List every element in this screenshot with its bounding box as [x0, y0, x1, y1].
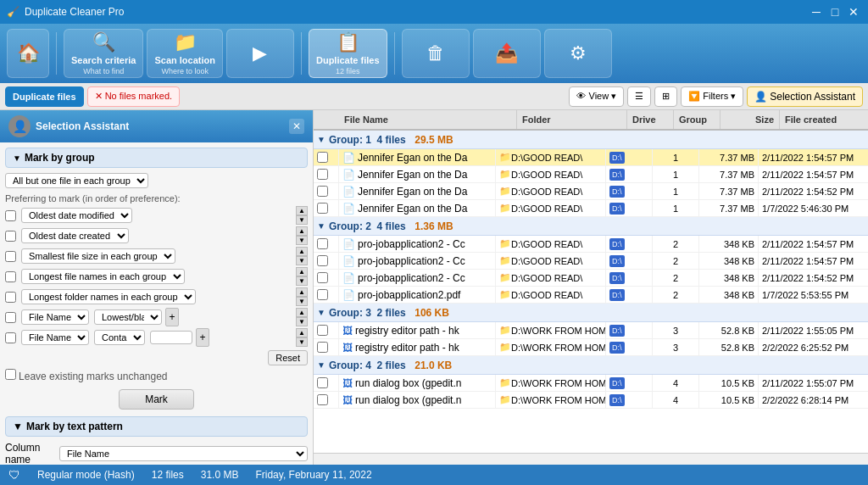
cell-check[interactable] — [314, 339, 339, 355]
file-check[interactable] — [317, 325, 328, 336]
file-check[interactable] — [317, 255, 328, 266]
no-files-button[interactable]: ✕ No files marked. — [87, 86, 181, 107]
group-4-arrow[interactable]: ▼ — [317, 360, 326, 370]
file-check[interactable] — [317, 203, 328, 214]
toolbar-play[interactable]: ▶ — [226, 29, 294, 78]
pref-mode-dropdown-1[interactable]: Lowest/blank — [94, 309, 162, 325]
file-check[interactable] — [317, 152, 328, 163]
pref-down-3[interactable]: ▼ — [296, 256, 308, 265]
toolbar-export[interactable]: 📤 — [473, 29, 541, 78]
panel-close-button[interactable]: ✕ — [289, 119, 304, 134]
file-row[interactable]: 📄Jennifer Egan on the Da 📁 D:\GOOD READ\… — [314, 183, 868, 200]
toolbar-settings[interactable]: ⚙ — [544, 29, 612, 78]
pref-check-6[interactable] — [5, 312, 16, 323]
minimize-button[interactable]: ─ — [809, 4, 824, 20]
grid-view-button[interactable]: ⊞ — [654, 86, 677, 107]
filters-button[interactable]: 🔽 Filters ▾ — [681, 86, 743, 107]
toolbar-scan-location[interactable]: 📁 Scan location Where to look — [147, 29, 223, 78]
column-name-dropdown[interactable]: File Name — [59, 446, 308, 461]
file-row[interactable]: 📄pro-jobapplication2.pdf 📁 D:\GOOD READ\… — [314, 287, 868, 304]
mark-button[interactable]: Mark — [119, 389, 194, 410]
pref-plus-6[interactable]: + — [165, 308, 179, 326]
pref-mode-dropdown-2[interactable]: Contains — [94, 330, 145, 345]
th-size[interactable]: Size — [721, 110, 780, 129]
selection-assistant-button[interactable]: 👤 Selection Assistant — [747, 86, 863, 107]
file-row[interactable]: 🖼registry editor path - hk 📁 D:\WORK FRO… — [314, 322, 868, 339]
cell-check[interactable] — [314, 253, 339, 269]
pref-up-1[interactable]: ▲ — [296, 206, 308, 215]
pref-up-4[interactable]: ▲ — [296, 267, 308, 276]
cell-check[interactable] — [314, 149, 339, 165]
pref-up-2[interactable]: ▲ — [296, 226, 308, 236]
file-row[interactable]: 📄Jennifer Egan on the Da 📁 D:\GOOD READ\… — [314, 200, 868, 217]
pref-check-3[interactable] — [5, 251, 16, 262]
duplicate-files-button[interactable]: Duplicate files — [5, 86, 84, 107]
leave-unchanged-check[interactable] — [5, 369, 16, 380]
pref-down-4[interactable]: ▼ — [296, 276, 308, 286]
th-drive[interactable]: Drive — [627, 110, 674, 129]
pref-check-5[interactable] — [5, 292, 16, 303]
pref-down-7[interactable]: ▼ — [296, 337, 308, 347]
reset-button[interactable]: Reset — [268, 350, 308, 365]
th-folder[interactable]: Folder — [517, 110, 627, 129]
cell-check[interactable] — [314, 236, 339, 252]
file-row[interactable]: 🖼run dialog box (gpedit.n 📁 D:\WORK FROM… — [314, 375, 868, 392]
group-3-arrow[interactable]: ▼ — [317, 308, 326, 317]
file-check[interactable] — [317, 377, 328, 388]
pref-check-7[interactable] — [5, 332, 16, 343]
toolbar-home[interactable]: 🏠 — [7, 29, 49, 78]
toolbar-search-criteria[interactable]: 🔍 Search criteria What to find — [64, 29, 143, 78]
file-check[interactable] — [317, 342, 328, 353]
pref-plus-7[interactable]: + — [196, 328, 209, 347]
cell-check[interactable] — [314, 183, 339, 199]
pref-col-dropdown-1[interactable]: File Name — [21, 309, 89, 325]
pref-check-1[interactable] — [5, 210, 16, 221]
file-check[interactable] — [317, 394, 328, 405]
file-row[interactable]: 🖼run dialog box (gpedit.n 📁 D:\WORK FROM… — [314, 392, 868, 409]
pref-down-2[interactable]: ▼ — [296, 236, 308, 245]
file-check[interactable] — [317, 272, 328, 283]
pref-down-1[interactable]: ▼ — [296, 215, 308, 225]
pref-down-5[interactable]: ▼ — [296, 297, 308, 306]
pref-dropdown-1[interactable]: Oldest date modified — [21, 208, 132, 223]
pref-check-4[interactable] — [5, 271, 16, 282]
pref-down-6[interactable]: ▼ — [296, 317, 308, 326]
pref-up-7[interactable]: ▲ — [296, 328, 308, 337]
pref-dropdown-5[interactable]: Longest folder names in each group — [21, 289, 196, 304]
pref-dropdown-3[interactable]: Smallest file size in each group — [21, 248, 175, 264]
cell-check[interactable] — [314, 322, 339, 338]
pref-up-6[interactable]: ▲ — [296, 308, 308, 317]
th-group[interactable]: Group — [674, 110, 721, 129]
file-check[interactable] — [317, 289, 328, 300]
file-row[interactable]: 📄pro-jobapplication2 - Cc 📁 D:\GOOD READ… — [314, 270, 868, 287]
list-view-button[interactable]: ☰ — [627, 86, 651, 107]
pref-dropdown-4[interactable]: Longest file names in each group — [21, 269, 185, 284]
pref-text-input[interactable] — [150, 331, 192, 344]
pref-check-2[interactable] — [5, 231, 16, 242]
file-row[interactable]: 📄pro-jobapplication2 - Cc 📁 D:\GOOD READ… — [314, 253, 868, 270]
pref-dropdown-2[interactable]: Oldest date created — [21, 228, 129, 243]
cell-check[interactable] — [314, 270, 339, 286]
group-2-arrow[interactable]: ▼ — [317, 221, 326, 231]
cell-check[interactable] — [314, 375, 339, 391]
cell-check[interactable] — [314, 200, 339, 216]
cell-check[interactable] — [314, 392, 339, 408]
pref-up-3[interactable]: ▲ — [296, 247, 308, 256]
all-but-one-dropdown[interactable]: All but one file in each group — [5, 173, 148, 188]
maximize-button[interactable]: □ — [827, 4, 843, 20]
th-filename[interactable]: File Name — [339, 110, 517, 129]
file-row[interactable]: 🖼registry editor path - hk 📁 D:\WORK FRO… — [314, 339, 868, 356]
pref-up-5[interactable]: ▲ — [296, 287, 308, 297]
horizontal-scrollbar[interactable] — [314, 453, 868, 465]
file-check[interactable] — [317, 169, 328, 180]
file-check[interactable] — [317, 238, 328, 249]
cell-check[interactable] — [314, 287, 339, 303]
mark-by-group-header[interactable]: ▼ Mark by group — [5, 148, 308, 168]
file-row[interactable]: 📄pro-jobapplication2 - Cc 📁 D:\GOOD READ… — [314, 236, 868, 253]
close-button[interactable]: ✕ — [846, 4, 861, 20]
th-created[interactable]: File created — [780, 110, 868, 129]
toolbar-delete[interactable]: 🗑 — [402, 29, 470, 78]
toolbar-duplicate-files[interactable]: 📋 Duplicate files 12 files — [309, 29, 387, 78]
file-row[interactable]: 📄Jennifer Egan on the Da 📁 D:\GOOD READ\… — [314, 149, 868, 166]
file-row[interactable]: 📄Jennifer Egan on the Da 📁 D:\GOOD READ\… — [314, 166, 868, 183]
